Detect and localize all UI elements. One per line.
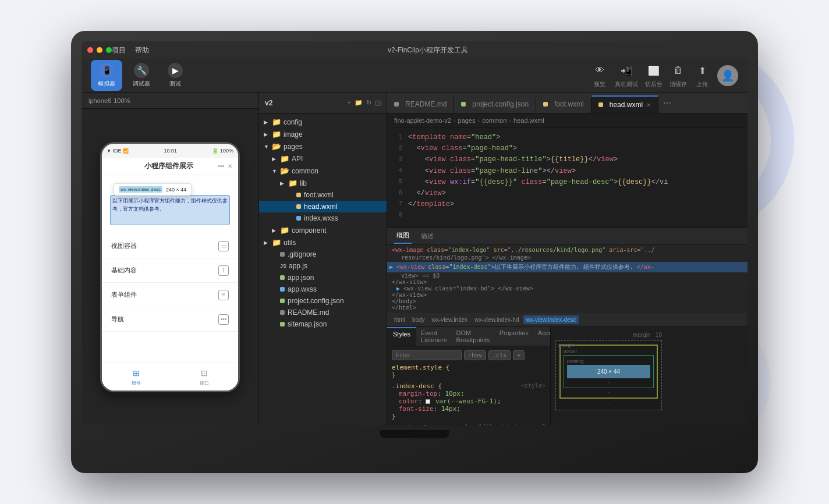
phone-menu-dots[interactable]: ••• <box>218 163 224 169</box>
tree-item-config[interactable]: ▶ 📁 config <box>259 116 387 128</box>
simulate-icon: 📱 <box>99 63 114 78</box>
close-button[interactable] <box>87 47 93 53</box>
code-line-6: 6 </view> <box>387 188 747 199</box>
preview-action[interactable]: 👁 预览 <box>591 62 608 88</box>
simulate-button[interactable]: 📱 模拟器 <box>91 60 122 91</box>
editor-tabs: README.md project.config.json foot.wxml … <box>387 93 747 113</box>
cut-label: 切后台 <box>645 80 663 88</box>
menu-item-2[interactable]: 表单组件 ≡ <box>102 283 238 307</box>
breadcrumb-item-3[interactable]: head.wxml <box>513 117 544 124</box>
filter-plus[interactable]: + <box>513 350 525 360</box>
nav-item-component[interactable]: ⊞ 组件 <box>130 367 142 386</box>
menu-project[interactable]: 项目 <box>112 45 126 55</box>
folder-icon: 📁 <box>280 226 289 235</box>
tree-item-pages[interactable]: ▼ 📂 pages <box>259 140 387 152</box>
filter-input[interactable] <box>392 350 462 360</box>
chevron-icon: ▼ <box>272 168 280 174</box>
tree-item-image[interactable]: ▶ 📁 image <box>259 128 387 140</box>
tree-item-head-wxml[interactable]: head.wxml <box>259 201 387 212</box>
phone-close-btn[interactable]: ✕ <box>228 163 232 169</box>
cut-action[interactable]: ⬜ 切后台 <box>645 62 663 88</box>
tab-properties[interactable]: Properties <box>495 327 533 346</box>
title-bar: 项目 帮助 v2-FinClip小程序开发工具 <box>82 41 747 59</box>
phone-menu-list: 视图容器 ▭ 基础内容 T 表单组件 ≡ <box>102 234 238 332</box>
avatar-button[interactable]: 👤 <box>717 65 738 86</box>
file-dot-green <box>280 299 285 303</box>
tab-foot-wxml[interactable]: foot.wxml <box>536 95 591 113</box>
menu-item-1[interactable]: 基础内容 T <box>102 258 238 283</box>
tree-item-index-wxss[interactable]: index.wxss <box>259 212 387 224</box>
tab-dom-breakpoints[interactable]: DOM Breakpoints <box>452 327 495 346</box>
upload-label: 上传 <box>696 80 708 88</box>
tree-item-app-js[interactable]: JS app.js <box>259 260 387 272</box>
tab-readme[interactable]: README.md <box>387 95 454 113</box>
devtools-tabs-bar: 概图 描述 <box>387 228 747 244</box>
refresh-icon[interactable]: ↻ <box>366 99 371 107</box>
devtools-tab-overview[interactable]: 概图 <box>394 228 412 244</box>
tree-item-readme[interactable]: README.md <box>259 307 387 318</box>
real-device-action[interactable]: 📲 真机调试 <box>615 62 638 88</box>
new-folder-icon[interactable]: 📁 <box>355 99 363 107</box>
tree-label: README.md <box>288 308 329 317</box>
tree-item-lib[interactable]: ▶ 📁 lib <box>259 177 387 189</box>
window-controls <box>87 47 112 53</box>
tree-item-common[interactable]: ▼ 📂 common <box>259 165 387 177</box>
breadcrumb-item-1[interactable]: pages <box>458 117 476 124</box>
chevron-icon: ▶ <box>264 132 272 137</box>
filter-cls[interactable]: .cls <box>488 350 511 360</box>
debug-button[interactable]: 🔧 调试器 <box>126 60 157 91</box>
devtools-tab-describe[interactable]: 描述 <box>419 228 436 244</box>
folder-icon: 📂 <box>280 166 289 175</box>
line-number: 3 <box>387 154 408 165</box>
tree-item-app-wxss[interactable]: app.wxss <box>259 283 387 295</box>
tabs-more-icon[interactable]: ⋯ <box>658 98 676 108</box>
bc-wx-view-index-hd[interactable]: wx-view.index-hd <box>472 315 521 324</box>
bc-wx-view-index-desc[interactable]: wx-view.index-desc <box>523 315 578 324</box>
folder-icon: 📁 <box>272 130 281 139</box>
code-line-4: 4 <view class="page-head-line"></view> <box>387 166 747 177</box>
test-button[interactable]: ▶ 测试 <box>161 60 190 91</box>
breadcrumb-item-0[interactable]: fino-applet-demo-v2 <box>394 117 451 124</box>
bc-html[interactable]: html <box>392 315 408 324</box>
clear-cache-action[interactable]: 🗑 清缓存 <box>669 62 687 88</box>
tab-accessibility[interactable]: Accessibility <box>533 327 550 346</box>
menu-help[interactable]: 帮助 <box>135 45 149 55</box>
maximize-button[interactable] <box>106 47 112 53</box>
tree-item-app-json[interactable]: app.json <box>259 272 387 283</box>
tab-styles[interactable]: Styles <box>387 327 416 346</box>
upload-action[interactable]: ⬆ 上传 <box>694 62 710 88</box>
tree-item-project-config[interactable]: project.config.json <box>259 295 387 307</box>
menu-item-0[interactable]: 视图容器 ▭ <box>102 234 238 258</box>
bc-wx-view-index[interactable]: wx-view.index <box>430 315 470 324</box>
collapse-icon[interactable]: ◫ <box>375 99 381 107</box>
box-padding: padding 240 × 44 - <box>564 355 654 388</box>
tab-project-config[interactable]: project.config.json <box>454 95 536 113</box>
tree-item-sitemap[interactable]: sitemap.json <box>259 318 387 330</box>
new-file-icon[interactable]: + <box>348 99 351 107</box>
nav-item-interface[interactable]: ⊡ 接口 <box>199 367 210 386</box>
tree-label: app.json <box>288 274 314 282</box>
tab-head-wxml[interactable]: head.wxml ✕ <box>591 95 658 113</box>
minimize-button[interactable] <box>97 47 102 53</box>
html-line-selected[interactable]: ▶ <wx-view class="index-desc">以下将展示小程序官方… <box>387 262 747 272</box>
tree-item-utils[interactable]: ▶ 📁 utils <box>259 236 387 249</box>
file-dot-blue <box>280 287 285 292</box>
menu-item-3[interactable]: 导航 ••• <box>102 307 238 332</box>
phone-container: ▼ IDE 📶 10:01 🔋 100% 小 <box>82 109 258 425</box>
tree-item-foot-wxml[interactable]: foot.wxml <box>259 189 387 201</box>
filter-bar: :hov .cls + <box>392 350 545 360</box>
code-editor[interactable]: 1 <template name="head"> 2 <view class="… <box>387 127 747 228</box>
preview-header: iphone6 100% <box>82 93 258 109</box>
filter-hov[interactable]: :hov <box>464 350 486 360</box>
tree-item-component[interactable]: ▶ 📁 component <box>259 224 387 236</box>
tree-label: app.wxss <box>288 285 317 293</box>
tab-event-listeners[interactable]: Event Listeners <box>416 327 452 346</box>
color-swatch <box>426 399 430 404</box>
tree-item-api[interactable]: ▶ 📁 API <box>259 152 387 165</box>
folder-icon: 📂 <box>272 142 281 151</box>
tree-label: config <box>284 118 302 126</box>
breadcrumb-item-2[interactable]: common <box>482 117 506 124</box>
tab-close-icon[interactable]: ✕ <box>646 102 651 108</box>
bc-body[interactable]: body <box>410 315 427 324</box>
tree-item-gitignore[interactable]: .gitignore <box>259 249 387 260</box>
